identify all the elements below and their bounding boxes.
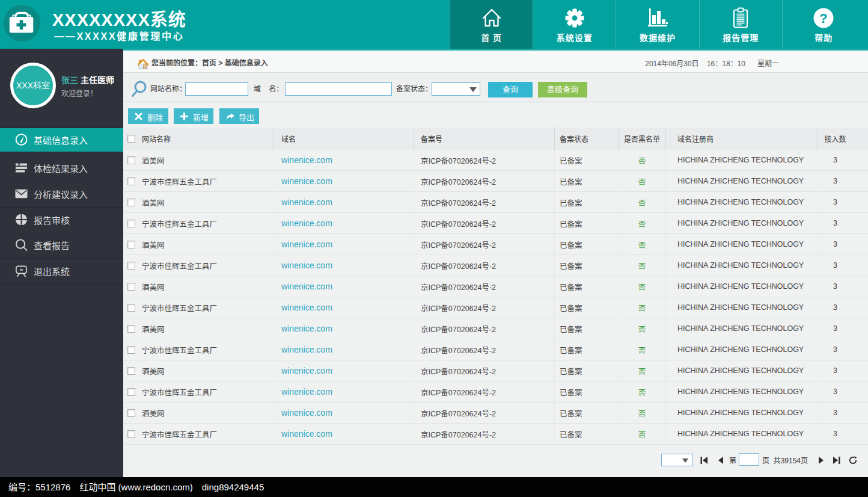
svg-text:?: ? bbox=[820, 11, 828, 26]
